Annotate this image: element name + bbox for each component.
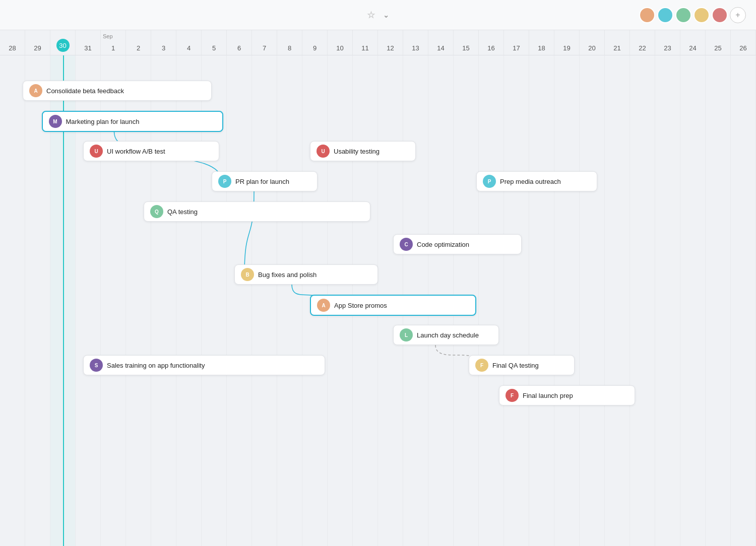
task-avatar-t2: M <box>49 115 62 128</box>
task-avatar-t14: F <box>506 389 519 402</box>
day-col-30: 30 <box>50 30 76 55</box>
day-col-5: 5 <box>202 30 227 55</box>
task-label-t2: Marketing plan for launch <box>66 118 140 125</box>
day-col-25: 25 <box>706 30 731 55</box>
task-label-t5: PR plan for launch <box>235 178 289 185</box>
day-col-23: 23 <box>655 30 680 55</box>
task-label-t6: QA testing <box>167 208 198 216</box>
task-label-t12: Sales training on app functionality <box>107 362 205 369</box>
day-col-9: 9 <box>302 30 328 55</box>
task-avatar-t13: F <box>475 359 488 372</box>
grid-col-25 <box>630 55 655 546</box>
app-header: ☆ ⌄ + <box>0 0 756 30</box>
task-avatar-t8: C <box>400 238 413 251</box>
grid-col-26 <box>655 55 680 546</box>
task-label-t13: Final QA testing <box>492 362 539 369</box>
header-title-group: ☆ ⌄ <box>367 10 389 21</box>
avatar-group: + <box>639 7 746 23</box>
task-label-t1: Consolidate beta feedback <box>46 87 124 95</box>
day-col-29: 29 <box>25 30 50 55</box>
task-card-t3[interactable]: UUI workflow A/B test <box>83 141 219 161</box>
day-col-2: 2 <box>126 30 151 55</box>
task-avatar-t5: P <box>218 175 231 188</box>
task-label-t11: Launch day schedule <box>417 331 479 339</box>
task-label-t14: Final launch prep <box>523 392 573 399</box>
day-col-20: 20 <box>580 30 605 55</box>
avatar-1[interactable] <box>639 7 655 23</box>
grid-col-20 <box>504 55 529 546</box>
day-col-4: 4 <box>176 30 202 55</box>
avatar-2[interactable] <box>657 7 673 23</box>
task-label-t8: Code optimization <box>417 241 469 248</box>
day-col-8: 8 <box>277 30 302 55</box>
day-col-13: 13 <box>403 30 428 55</box>
grid-col-24 <box>605 55 630 546</box>
task-card-t14[interactable]: FFinal launch prep <box>499 385 635 405</box>
grid-col-27 <box>680 55 706 546</box>
avatar-5[interactable] <box>712 7 728 23</box>
add-member-button[interactable]: + <box>730 7 746 23</box>
task-avatar-t11: L <box>400 328 413 342</box>
day-col-26: 26 <box>731 30 756 55</box>
day-col-19: 19 <box>554 30 580 55</box>
day-col-28: 28 <box>0 30 25 55</box>
avatar-4[interactable] <box>694 7 710 23</box>
task-avatar-t9: B <box>241 268 254 281</box>
task-label-t9: Bug fixes and polish <box>258 271 317 279</box>
day-col-1: Sep1 <box>101 30 126 55</box>
day-col-17: 17 <box>504 30 529 55</box>
task-card-t8[interactable]: CCode optimization <box>393 234 522 254</box>
calendar-header: 28293031Sep12345678910111213141516171819… <box>0 30 756 55</box>
grid-col-28 <box>706 55 731 546</box>
day-col-14: 14 <box>428 30 454 55</box>
day-col-21: 21 <box>605 30 630 55</box>
task-label-t7: Prep media outreach <box>500 178 561 185</box>
day-col-24: 24 <box>680 30 706 55</box>
grid-col-22 <box>554 55 580 546</box>
task-card-t2[interactable]: MMarketing plan for launch <box>42 111 223 132</box>
task-avatar-t10: A <box>317 299 330 312</box>
task-avatar-t1: A <box>29 84 42 97</box>
day-col-3: 3 <box>151 30 176 55</box>
grid-col-19 <box>479 55 504 546</box>
task-label-t10: App Store promos <box>334 302 387 309</box>
star-icon[interactable]: ☆ <box>367 10 375 21</box>
gantt-container: 28293031Sep12345678910111213141516171819… <box>0 30 756 546</box>
grid-col-23 <box>580 55 605 546</box>
task-avatar-t7: P <box>483 175 496 188</box>
task-card-t1[interactable]: AConsolidate beta feedback <box>23 81 212 101</box>
day-col-11: 11 <box>353 30 378 55</box>
grid-col-11 <box>277 55 302 546</box>
day-col-12: 12 <box>378 30 403 55</box>
day-col-22: 22 <box>630 30 655 55</box>
day-col-31: 31 <box>76 30 101 55</box>
task-card-t9[interactable]: BBug fixes and polish <box>234 264 378 285</box>
task-avatar-t12: S <box>90 359 103 372</box>
day-col-18: 18 <box>529 30 554 55</box>
task-card-t4[interactable]: UUsability testing <box>310 141 416 161</box>
chevron-down-icon[interactable]: ⌄ <box>383 11 389 19</box>
grid-col-0 <box>0 55 25 546</box>
day-col-10: 10 <box>328 30 353 55</box>
task-card-t5[interactable]: PPR plan for launch <box>212 171 318 191</box>
grid-col-9 <box>227 55 252 546</box>
task-label-t4: Usability testing <box>334 148 380 155</box>
day-col-6: 6 <box>227 30 252 55</box>
task-avatar-t4: U <box>317 145 330 158</box>
task-card-t11[interactable]: LLaunch day schedule <box>393 325 499 345</box>
gantt-grid: AConsolidate beta feedbackMMarketing pla… <box>0 55 756 546</box>
task-card-t7[interactable]: PPrep media outreach <box>476 171 597 191</box>
day-col-16: 16 <box>479 30 504 55</box>
grid-col-21 <box>529 55 554 546</box>
task-card-t13[interactable]: FFinal QA testing <box>469 355 575 375</box>
task-label-t3: UI workflow A/B test <box>107 148 165 155</box>
task-card-t12[interactable]: SSales training on app functionality <box>83 355 325 375</box>
task-avatar-t6: Q <box>150 205 163 218</box>
task-card-t10[interactable]: AApp Store promos <box>310 295 476 316</box>
grid-col-10 <box>252 55 277 546</box>
grid-col-29 <box>731 55 756 546</box>
task-card-t6[interactable]: QQA testing <box>144 201 370 222</box>
avatar-3[interactable] <box>675 7 691 23</box>
task-avatar-t3: U <box>90 145 103 158</box>
day-col-15: 15 <box>454 30 479 55</box>
